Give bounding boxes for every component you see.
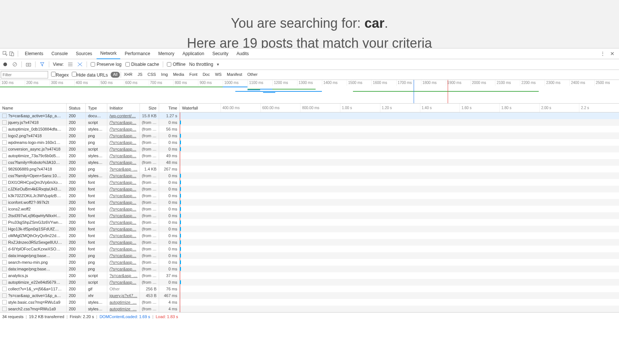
cell-initiator[interactable]: /?s=car&asp…: [107, 212, 140, 219]
filter-type-js[interactable]: JS: [135, 72, 145, 78]
col-time[interactable]: Time: [159, 104, 180, 112]
filter-input[interactable]: [1, 71, 48, 78]
table-row[interactable]: 2tsd397wLxj96qwHyNIkxH…200font/?s=car&as…: [0, 212, 619, 219]
tab-performance[interactable]: Performance: [121, 48, 154, 59]
tab-audits[interactable]: Audits: [233, 48, 252, 59]
cell-initiator[interactable]: /?s=car&asp…: [107, 259, 140, 266]
tab-security[interactable]: Security: [209, 48, 232, 59]
table-row[interactable]: RxZJdnzeo3R5zSexge8UU…200font/?s=car&asp…: [0, 239, 619, 246]
offline-checkbox[interactable]: Offline: [167, 62, 185, 67]
cell-initiator[interactable]: /?s=car&asp…: [107, 152, 140, 159]
table-row[interactable]: ?s=car&asp_active=1&p_a…200xhrjquery.js?…: [0, 292, 619, 299]
table-row[interactable]: iconfont.woff2?-997k2t200font/?s=car&asp…: [0, 199, 619, 206]
table-row[interactable]: 982606889.png?x47418200png?s=car&asp_…1.…: [0, 166, 619, 172]
table-row[interactable]: cJZKeOuBrn4kERxqtaUH3…200font/?s=car&asp…: [0, 186, 619, 192]
table-row[interactable]: search-menu-min.png200png/?s=car&asp…(fr…: [0, 259, 619, 266]
col-type[interactable]: Type: [86, 104, 107, 112]
table-row[interactable]: oMMgfZMQthOryQo9n22d…200font/?s=car&asp……: [0, 232, 619, 239]
capture-screenshot-icon[interactable]: [26, 61, 31, 67]
table-row[interactable]: jquery.js?x47418200script/?s=car&asp…(fr…: [0, 119, 619, 126]
disable-cache-checkbox[interactable]: Disable cache: [125, 62, 159, 67]
cell-initiator[interactable]: autoptimize_…: [107, 306, 140, 312]
table-row[interactable]: css?family=Roboto%3A10…200styles…/?s=car…: [0, 159, 619, 166]
table-row[interactable]: autoptimize_0db150884dfa…200styles…/?s=c…: [0, 126, 619, 132]
cell-initiator[interactable]: /?s=car&asp…: [107, 239, 140, 246]
filter-type-font[interactable]: Font: [187, 72, 200, 78]
device-toggle-icon[interactable]: [9, 51, 15, 57]
cell-initiator[interactable]: /?s=car&asp…: [107, 206, 140, 212]
filter-type-media[interactable]: Media: [171, 72, 186, 78]
chevron-down-icon[interactable]: ▾: [217, 62, 219, 67]
filter-type-img[interactable]: Img: [159, 72, 170, 78]
table-row[interactable]: Hgo13k-tfSpn0qi1SFdUfZ…200font/?s=car&as…: [0, 226, 619, 232]
tab-network[interactable]: Network: [97, 48, 120, 59]
cell-initiator[interactable]: /?s=car&asp…: [107, 232, 140, 239]
col-waterfall[interactable]: Waterfall 400.00 ms600.00 ms800.00 ms1.0…: [180, 104, 619, 112]
cell-initiator[interactable]: /?s=car&asp…: [107, 246, 140, 252]
inspect-icon[interactable]: [2, 51, 8, 57]
col-initiator[interactable]: Initiator: [107, 104, 140, 112]
devtools-menu-icon[interactable]: ⋮: [598, 51, 607, 57]
table-row[interactable]: d-6IYplOFocCacKzxwXSO…200font/?s=car&asp…: [0, 246, 619, 252]
table-row[interactable]: analytics.js200script?s=car&asp_…(from ……: [0, 272, 619, 279]
view-frames-icon[interactable]: [77, 61, 83, 67]
record-icon[interactable]: [2, 61, 8, 67]
cell-initiator[interactable]: jquery.js?x47…: [107, 292, 140, 299]
tab-application[interactable]: Application: [179, 48, 208, 59]
table-row[interactable]: data:image/png;base…200png/?s=car&asp…(f…: [0, 266, 619, 272]
filter-type-css[interactable]: CSS: [145, 72, 158, 78]
filter-type-ws[interactable]: WS: [213, 72, 224, 78]
filter-type-manifest[interactable]: Manifest: [225, 72, 245, 78]
table-row[interactable]: autoptimize_73a79c6b0d5…200styles…/?s=ca…: [0, 152, 619, 159]
table-row[interactable]: search2.css?mq=RWu1a9200styles…autoptimi…: [0, 306, 619, 312]
cell-initiator[interactable]: /wp-content/…: [107, 112, 140, 119]
preserve-log-checkbox[interactable]: Preserve log: [91, 62, 121, 67]
cell-initiator[interactable]: ?s=car&asp_…: [107, 166, 140, 172]
table-row[interactable]: ?s=car&asp_active=1&p_a…200docu…/wp-cont…: [0, 112, 619, 119]
tab-elements[interactable]: Elements: [21, 48, 47, 59]
cell-initiator[interactable]: /?s=car&asp…: [107, 279, 140, 286]
col-name[interactable]: Name: [0, 104, 67, 112]
cell-initiator[interactable]: /?s=car&asp…: [107, 219, 140, 226]
col-size[interactable]: Size: [140, 104, 159, 112]
cell-initiator[interactable]: /?s=car&asp…: [107, 199, 140, 206]
cell-initiator[interactable]: /?s=car&asp…: [107, 146, 140, 152]
filter-type-other[interactable]: Other: [245, 72, 260, 78]
table-row[interactable]: wpdreams-logo-min-160x1…200png/?s=car&as…: [0, 139, 619, 146]
table-row[interactable]: Pru33qjShpZSmG3z6VYwn…200font/?s=car&asp…: [0, 219, 619, 226]
table-row[interactable]: DXI1ORHCpsQm3Vp6mXo…200font/?s=car&asp…(…: [0, 179, 619, 186]
table-row[interactable]: icons2.woff2200font/?s=car&asp…(from …0 …: [0, 206, 619, 212]
cell-initiator[interactable]: /?s=car&asp…: [107, 126, 140, 132]
filter-icon[interactable]: [39, 61, 45, 67]
cell-initiator[interactable]: ?s=car&asp_…: [107, 272, 140, 279]
tab-sources[interactable]: Sources: [72, 48, 96, 59]
hide-data-urls-checkbox[interactable]: Hide data URLs: [72, 72, 108, 78]
cell-initiator[interactable]: /?s=car&asp…: [107, 192, 140, 199]
filter-type-doc[interactable]: Doc: [201, 72, 212, 78]
cell-initiator[interactable]: /?s=car&asp…: [107, 132, 140, 139]
tab-console[interactable]: Console: [48, 48, 71, 59]
table-row[interactable]: style.basic.css?mq=RWu1a9200styles…autop…: [0, 299, 619, 306]
table-row[interactable]: k3k702ZOKiLJc3WVjuplzB…200font/?s=car&as…: [0, 192, 619, 199]
cell-initiator[interactable]: /?s=car&asp…: [107, 179, 140, 186]
clear-icon[interactable]: [12, 61, 18, 67]
filter-type-all[interactable]: All: [111, 72, 120, 78]
table-row[interactable]: conversion_async.js?x47418200script/?s=c…: [0, 146, 619, 152]
throttling-select[interactable]: No throttling: [189, 62, 213, 67]
cell-initiator[interactable]: autoptimize_…: [107, 299, 140, 306]
tab-memory[interactable]: Memory: [155, 48, 178, 59]
devtools-close-icon[interactable]: ✕: [608, 51, 617, 57]
cell-initiator[interactable]: /?s=car&asp…: [107, 266, 140, 272]
cell-initiator[interactable]: /?s=car&asp…: [107, 252, 140, 259]
regex-checkbox[interactable]: Regex: [51, 72, 69, 78]
table-row[interactable]: logo2.png?x47418200png/?s=car&asp…(from …: [0, 132, 619, 139]
cell-initiator[interactable]: /?s=car&asp…: [107, 139, 140, 146]
table-row[interactable]: collect?v=1&_v=j56&a=117…200gifOther256 …: [0, 286, 619, 292]
timeline-overview[interactable]: 100 ms200 ms300 ms400 ms500 ms600 ms700 …: [0, 80, 619, 104]
cell-initiator[interactable]: /?s=car&asp…: [107, 186, 140, 192]
filter-type-xhr[interactable]: XHR: [122, 72, 135, 78]
table-row[interactable]: autoptimize_e22e84d5679…200script/?s=car…: [0, 279, 619, 286]
col-status[interactable]: Status: [67, 104, 86, 112]
table-row[interactable]: css?family=Open+Sans:10…200styles…/?s=ca…: [0, 172, 619, 179]
view-list-icon[interactable]: [67, 61, 73, 67]
